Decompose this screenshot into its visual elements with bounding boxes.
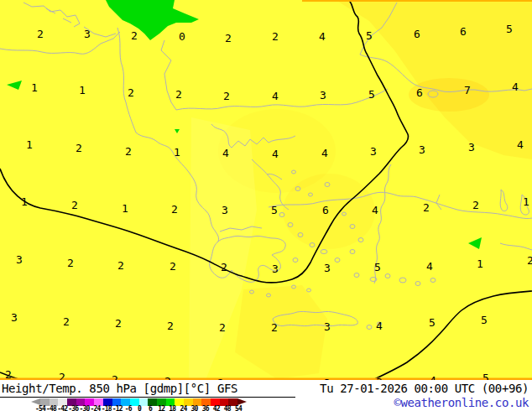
- temp-value-label: 2: [115, 318, 122, 329]
- colorbar-tick-label: -48: [46, 406, 56, 411]
- temp-value-label: 2: [171, 204, 178, 215]
- temp-value-label: 5: [374, 262, 381, 273]
- colorbar-tick-label: -6: [125, 406, 132, 411]
- colorbar-tick-label: -12: [112, 406, 123, 411]
- colorbar-tick-label: 0: [138, 406, 141, 411]
- colorbar-tick-label: -36: [68, 406, 78, 411]
- colorbar-tick-label: 48: [224, 406, 231, 411]
- temp-value-label: 1: [26, 139, 33, 150]
- temp-value-label: 4: [512, 81, 519, 92]
- temp-value-label: 5: [482, 372, 489, 381]
- temp-value-label: 2: [527, 255, 532, 266]
- temp-value-label: 3: [320, 90, 326, 101]
- temp-value-label: 2: [117, 260, 124, 271]
- temp-value-label: 4: [222, 148, 229, 159]
- temp-value-label: 3: [419, 144, 425, 155]
- temp-value-label: 2: [112, 374, 118, 381]
- temp-value-label: 4: [517, 139, 524, 150]
- temp-value-label: 2: [59, 372, 65, 381]
- temp-value-label: 2: [167, 320, 174, 331]
- temp-value-label: 2: [225, 33, 232, 44]
- temp-value-label: 4: [426, 261, 433, 272]
- temp-value-label: 2: [170, 261, 176, 272]
- colorbar-tick-label: -18: [102, 406, 112, 411]
- temp-value-label: 2: [219, 322, 226, 333]
- temp-value-label: 2: [221, 262, 227, 273]
- colorbar-tick-label: 6: [149, 406, 152, 411]
- temp-value-label: 3: [222, 205, 228, 216]
- temp-value-label: 1: [477, 258, 483, 269]
- temp-value-label: 2: [223, 91, 230, 101]
- temp-value-label: 5: [368, 89, 375, 100]
- temp-value-label: 6: [416, 87, 423, 98]
- temp-value-label: 6: [460, 26, 467, 37]
- temp-value-label: 4: [272, 148, 279, 159]
- map-footer: Height/Temp. 850 hPa [gdmp][°C] GFS -54-…: [0, 380, 532, 411]
- temp-value-label: 2: [37, 29, 44, 39]
- temp-value-label: 1: [31, 82, 38, 93]
- temp-value-label: 6: [322, 205, 329, 216]
- temp-value-label: 3: [370, 146, 377, 157]
- temp-value-label: 5: [366, 30, 373, 41]
- temp-value-label: 5: [271, 205, 278, 216]
- colorbar-tick-label: 24: [180, 406, 186, 411]
- temp-value-label: 4: [321, 148, 328, 159]
- map-parameter-title: Height/Temp. 850 hPa [gdmp][°C] GFS: [2, 382, 237, 395]
- weather-map: 2320224566511222435674122144433341212356…: [0, 0, 532, 380]
- temp-value-label: 3: [272, 263, 279, 274]
- temp-value-label: 2: [175, 89, 182, 100]
- temp-value-label: 3: [324, 321, 331, 332]
- temp-value-label: 1: [523, 196, 529, 207]
- temp-value-label: 2: [76, 143, 82, 153]
- colorbar-tick-label: 12: [158, 406, 164, 411]
- temp-value-label: 2: [67, 258, 74, 268]
- temp-value-label: 1: [122, 203, 128, 214]
- temp-value-label: 2: [472, 200, 479, 211]
- temp-value-label: 1: [21, 196, 28, 207]
- temp-value-label: 1: [174, 147, 180, 158]
- temp-value-label: 2: [271, 322, 278, 333]
- colorbar-tick-label: 30: [191, 406, 198, 411]
- temp-value-label: 3: [468, 142, 475, 153]
- colorbar-tick-labels: -54-48-42-36-30-24-18-12-606121824303642…: [40, 406, 238, 411]
- map-graphics: [0, 0, 532, 380]
- temp-value-label: 2: [128, 87, 134, 98]
- colorbar-tick-label: 42: [213, 406, 220, 411]
- temp-value-label: 2: [71, 200, 78, 211]
- temp-value-label: 4: [319, 31, 326, 42]
- temp-value-label: 3: [84, 29, 91, 39]
- temp-value-label: 0: [179, 31, 185, 42]
- temp-value-label: 2: [125, 146, 132, 157]
- temp-value-label: 4: [372, 205, 378, 216]
- temp-value-label: 6: [414, 29, 420, 39]
- temp-value-label: 3: [16, 254, 23, 265]
- colorbar-tick-label: 18: [169, 406, 175, 411]
- top-edge-stripe: [302, 0, 532, 2]
- temp-value-label: 5: [506, 23, 513, 34]
- temp-value-label: 2: [63, 316, 70, 327]
- temp-value-label: 5: [481, 315, 488, 325]
- temp-value-label: 2: [5, 369, 12, 380]
- temp-value-label: 3: [324, 263, 331, 273]
- temp-value-label: 2: [423, 202, 430, 213]
- colorbar-tick-label: -54: [35, 406, 45, 411]
- temp-value-label: 2: [272, 31, 279, 42]
- colorbar-tick-label: 36: [202, 406, 209, 411]
- colorbar-tick-label: -42: [57, 406, 67, 411]
- temp-value-label: 3: [11, 312, 18, 323]
- temp-value-label: 1: [79, 85, 86, 96]
- colorbar-tick-label: -30: [79, 406, 89, 411]
- colorbar-tick-label: 54: [235, 406, 242, 411]
- colorbar-left-arrow: [31, 398, 40, 405]
- temp-value-label: 4: [272, 91, 279, 101]
- temp-value-label: 2: [131, 30, 138, 41]
- copyright-link[interactable]: ©weatheronline.co.uk: [394, 396, 529, 409]
- temp-value-label: 7: [464, 85, 471, 96]
- forecast-datetime: Tu 27-01-2026 00:00 UTC (00+96): [320, 382, 529, 395]
- temp-value-label: 5: [429, 317, 436, 328]
- temp-value-label: 4: [376, 320, 383, 331]
- title-underline: [0, 397, 295, 398]
- colorbar-right-arrow: [237, 398, 247, 405]
- colorbar-tick-label: -24: [91, 406, 101, 411]
